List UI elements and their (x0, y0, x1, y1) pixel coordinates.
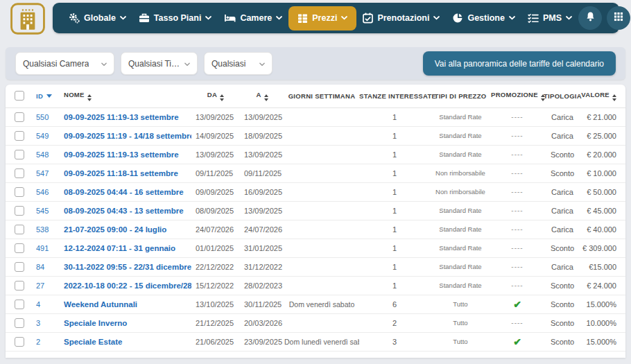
nav-item-camere[interactable]: Camere (218, 8, 288, 28)
row-id-link[interactable]: 4 (36, 300, 40, 309)
row-tipologia: Sconto (544, 239, 581, 257)
row-tipo-prezzo: Standard Rate (430, 201, 491, 220)
row-checkbox[interactable] (15, 206, 24, 216)
row-tipo-prezzo: Standard Rate (430, 107, 491, 126)
row-name-link[interactable]: 12-12-2024 07:11 - 31 gennaio (64, 244, 175, 252)
sort-icon (612, 94, 616, 101)
header-a[interactable]: A (240, 85, 284, 107)
nav-item-globale[interactable]: Globale (62, 8, 132, 28)
row-name-link[interactable]: Speciale Inverno (64, 319, 127, 327)
row-checkbox[interactable] (15, 262, 24, 272)
header-tipologia[interactable]: TIPOLOGIA (544, 85, 581, 107)
row-name-link[interactable]: 09-09-2025 11:19-13 settembre (64, 113, 179, 121)
row-stanze-interessate: 1 (359, 257, 430, 276)
header-da[interactable]: DA (191, 85, 240, 107)
row-checkbox[interactable] (15, 225, 24, 234)
nav-item-prezzi[interactable]: Prezzi (288, 6, 356, 31)
any-filter-select[interactable]: Qualsiasi (204, 52, 273, 75)
row-id-link[interactable]: 27 (36, 281, 44, 290)
row-promozione: ---- (491, 201, 544, 220)
bed-icon (224, 12, 236, 24)
rates-table: ID NOME DA A GIORNI SETTIMANA STANZE INT… (6, 85, 625, 352)
row-checkbox[interactable] (15, 168, 24, 178)
header-stanze-interessate[interactable]: STANZE INTERESSATE (359, 85, 430, 107)
row-tipologia: Sconto (544, 145, 581, 164)
calendar-rates-overview-button[interactable]: Vai alla panoramica delle tariffe del ca… (423, 51, 616, 76)
table-row: 27 2022-10-18 00:22 - 15 dicembre/28 feb… (6, 276, 625, 295)
row-name-link[interactable]: 09-09-2025 11:19 - 14/18 settembre (64, 132, 191, 140)
row-checkbox[interactable] (15, 150, 24, 159)
row-name-link[interactable]: 08-09-2025 04:43 - 13 settembre (64, 207, 184, 215)
price-type-filter-value: Qualsiasi Tipo di P... (128, 59, 180, 69)
header-id[interactable]: ID (33, 85, 58, 107)
chevron-down-icon (101, 59, 107, 69)
row-id-link[interactable]: 2 (36, 338, 40, 346)
row-da: 09/09/2025 (191, 182, 240, 201)
row-id-link[interactable]: 546 (36, 188, 49, 196)
row-name-link[interactable]: 2022-10-18 00:22 - 15 dicembre/28 febbra… (64, 281, 191, 290)
row-a: 31/01/2025 (240, 239, 284, 257)
nav-item-gestione[interactable]: Gestione (446, 8, 521, 28)
row-id-link[interactable]: 549 (36, 132, 49, 140)
calendar-check-icon (363, 12, 373, 24)
row-id-link[interactable]: 545 (36, 207, 49, 215)
sort-desc-icon (46, 94, 52, 98)
price-type-filter-select[interactable]: Qualsiasi Tipo di P... (121, 52, 198, 75)
row-checkbox[interactable] (15, 300, 24, 309)
header-valore[interactable]: VALORE (581, 85, 625, 107)
hotel-logo[interactable] (8, 2, 47, 35)
row-giorni-settimana (284, 276, 359, 295)
row-tipologia: Carica (544, 182, 581, 201)
row-tipo-prezzo: Standard Rate (430, 220, 491, 239)
header-nome[interactable]: NOME (58, 85, 191, 107)
row-tipo-prezzo: Standard Rate (430, 239, 491, 257)
row-checkbox[interactable] (15, 112, 24, 122)
header-giorni-settimana[interactable]: GIORNI SETTIMANA (284, 85, 359, 107)
nav-item-pms[interactable]: PMS (521, 9, 578, 28)
row-promozione: ---- (491, 313, 544, 332)
row-checkbox[interactable] (15, 281, 24, 291)
row-a: 30/11/2025 (240, 295, 284, 313)
row-checkbox[interactable] (15, 318, 24, 328)
table-row: 546 08-09-2025 04:44 - 16 settembre 09/0… (6, 182, 625, 201)
row-name-link[interactable]: 09-09-2025 11:19-13 settembre (64, 150, 179, 159)
row-name-link[interactable]: 09-09-2025 11:18-11 settembre (64, 169, 178, 177)
row-checkbox[interactable] (15, 243, 24, 253)
row-id-link[interactable]: 547 (36, 169, 49, 177)
row-tipo-prezzo: Tutto (430, 313, 491, 332)
row-giorni-settimana (284, 257, 359, 276)
row-name-link[interactable]: 21-07-2025 09:00 - 24 luglio (64, 225, 166, 234)
row-name-link[interactable]: 08-09-2025 04:44 - 16 settembre (64, 188, 184, 196)
row-promozione: ✔ (491, 332, 544, 351)
row-name-link[interactable]: 30-11-2022 09:55 - 22/31 dicembre (64, 263, 191, 271)
row-stanze-interessate: 6 (359, 295, 430, 313)
row-stanze-interessate: 1 (359, 145, 430, 164)
select-all-checkbox[interactable] (15, 91, 24, 101)
row-promozione: ---- (491, 276, 544, 295)
header-promozione[interactable]: PROMOZIONE (491, 85, 544, 107)
row-checkbox[interactable] (15, 131, 24, 141)
row-giorni-settimana (284, 313, 359, 332)
room-filter-select[interactable]: Qualsiasi Camera (15, 52, 114, 75)
row-tipo-prezzo: Tutto (430, 332, 491, 351)
row-valore: € 20.000 (581, 145, 625, 164)
row-id-link[interactable]: 3 (36, 319, 40, 327)
gears-icon (69, 12, 80, 24)
header-tipi-di-prezzo[interactable]: TIPI DI PREZZO (430, 85, 491, 107)
row-id-link[interactable]: 84 (36, 263, 44, 271)
row-name-link[interactable]: Speciale Estate (64, 338, 122, 346)
row-id-link[interactable]: 538 (36, 225, 49, 234)
row-id-link[interactable]: 550 (36, 113, 49, 121)
row-checkbox[interactable] (15, 187, 24, 197)
nav-item-prenotazioni[interactable]: Prenotazioni (356, 8, 446, 28)
row-checkbox[interactable] (15, 337, 24, 347)
row-id-link[interactable]: 491 (36, 244, 49, 252)
row-id-link[interactable]: 548 (36, 150, 49, 159)
row-promozione: ---- (491, 164, 544, 182)
nav-item-tasso-piani[interactable]: Tasso Piani (132, 8, 218, 28)
notifications-button[interactable] (578, 6, 602, 30)
table-row: 545 08-09-2025 04:43 - 13 settembre 08/0… (6, 201, 625, 220)
row-name-link[interactable]: Weekend Autunnali (64, 300, 137, 309)
apps-grid-button[interactable] (607, 6, 630, 30)
nav-label: Tasso Piani (154, 13, 202, 23)
